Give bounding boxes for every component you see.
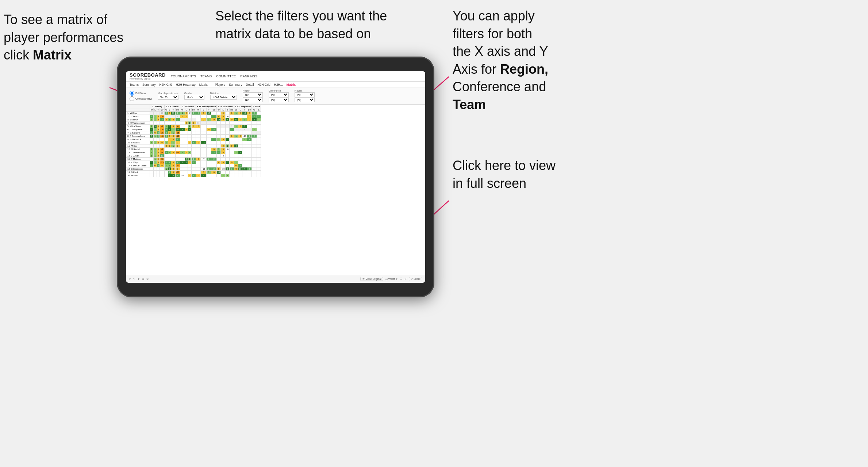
annotation-line2: player performances [4,30,123,45]
cell-0-24: 2 [252,112,257,115]
cell-0-17: 0 [221,112,226,115]
row-header-11: 12. M Riedel [126,148,150,151]
cell-5-17 [221,128,226,131]
tab-h2h-heatmap[interactable]: H2H Heatmap [176,83,196,86]
cell-1-0: 2 [150,115,154,118]
cell-11-25 [257,148,261,151]
tab-h2h-grid2[interactable]: H2H Grid [257,83,270,86]
full-view-input[interactable] [130,91,134,96]
region-select1[interactable]: N/A [243,92,263,97]
nav-committee[interactable]: COMMITTEE [216,74,236,78]
toolbar-redo-icon[interactable]: ↪ [133,278,135,281]
tab-h2h-grid[interactable]: H2H Grid [159,83,172,86]
cell-0-12: 2 [196,112,201,115]
cell-3-24 [252,121,257,125]
cell-16-8 [180,164,185,167]
nav-tournaments[interactable]: TOURNAMENTS [171,74,196,78]
cell-2-21: 0 [238,118,242,121]
cell-2-6: 0 [171,118,175,121]
gender-select[interactable]: Men's [184,95,204,100]
tab-matrix[interactable]: Matrix [199,83,208,86]
gender-label: Gender [184,92,204,94]
cell-13-7 [175,154,180,158]
matrix-container[interactable]: 1. W Ding 2. L Clanton 3. J Koivun 4. M … [126,105,425,276]
row-header-12: 13. J Skov Olesen [126,151,150,154]
conference-filter: Conference (All) (All) [269,89,289,102]
sub-dif2: Dif [175,108,180,112]
sub-w2: W [164,108,168,112]
cell-12-8: 1 [180,151,185,154]
division-select[interactable]: NCAA Division I [210,95,237,100]
cell-17-23: 5 [247,167,252,171]
share-button[interactable]: ↗ Share [409,277,422,281]
cell-12-10: 1 [188,151,191,154]
view-original-button[interactable]: 👁 View: Original [360,277,383,281]
table-row: 18. C Sherwood1300-15220-103101145 [126,167,261,171]
nav-teams[interactable]: TEAMS [200,74,212,78]
cell-15-7: 4 [175,161,180,164]
cell-14-6 [171,158,175,161]
toolbar-settings-icon[interactable]: ⚙ [146,278,149,281]
cell-4-12: 0 [196,125,201,128]
tab-summary[interactable]: Summary [142,83,155,86]
cell-9-14 [206,141,211,144]
cell-13-9 [185,154,188,158]
view-original-label: View: Original [366,278,381,280]
cell-12-19 [230,151,234,154]
full-view-radio[interactable]: Full View [130,91,152,96]
toolbar-fullscreen-icon[interactable]: ⤢ [404,278,407,281]
table-row: 11. M Ege00100104 [126,144,261,148]
cell-15-18: 5 [226,161,230,164]
annotation-topmid: Select the filters you want the matrix d… [215,7,420,43]
toolbar-undo-icon[interactable]: ↩ [129,278,131,281]
cell-2-4: 0 [164,118,168,121]
cell-17-18: 3 [226,167,230,171]
region-select2[interactable]: N/A [243,97,263,102]
cell-11-24 [252,148,257,151]
players-select2[interactable]: (All) [295,97,315,102]
toolbar-resize-icon[interactable]: ⛶ [400,278,402,280]
tab-teams[interactable]: Teams [130,83,139,86]
cell-6-23 [247,131,252,135]
cell-14-20 [234,158,238,161]
cell-11-2: 0 [157,148,160,151]
tab-h2h2[interactable]: H2H... [274,83,283,86]
max-players-select[interactable]: Top 25 [158,95,178,100]
cell-9-3: 0 [160,141,164,144]
players-select1[interactable]: (All) [295,92,315,97]
cell-1-8: 0 [180,115,185,118]
cell-12-6: 0 [171,151,175,154]
cell-16-15 [211,164,217,167]
toolbar-pan-icon[interactable]: ✥ [138,278,140,281]
cell-7-19: 0 [230,135,234,138]
nav-rankings[interactable]: RANKINGS [240,74,257,78]
cell-5-15: 5 [211,128,217,131]
tab-summary2[interactable]: Summary [229,83,242,86]
compact-view-input[interactable] [130,96,134,101]
compact-view-radio[interactable]: Compact View [130,96,152,101]
cell-11-4 [164,148,168,151]
cell-1-1: 1 [154,115,157,118]
cell-0-20: 1 [234,112,238,115]
toolbar-zoom-icons[interactable]: ⊞ [142,278,144,281]
cell-1-24: 2 [252,115,257,118]
cell-10-9 [185,144,188,148]
tab-players[interactable]: Players [215,83,225,86]
cell-18-3 [160,171,164,174]
tab-matrix-active[interactable]: Matrix [287,83,296,86]
cell-4-17 [221,125,226,128]
cell-13-4 [164,154,168,158]
watch-button[interactable]: ◎ Watch ▾ [385,278,398,281]
conference-select1[interactable]: (All) [269,92,289,97]
tab-detail[interactable]: Detail [246,83,254,86]
col-header-3: 3. J Koivun [180,105,196,108]
cell-7-1: 1 [154,135,157,138]
players-filter: Players (All) (All) [295,89,315,102]
cell-10-0 [150,144,154,148]
cell-8-10 [188,138,191,141]
cell-1-23: 0 [247,115,252,118]
cell-18-6: 0 [171,171,175,174]
cell-18-1 [154,171,157,174]
conference-select2[interactable]: (All) [269,97,289,102]
full-view-label: Full View [135,92,146,94]
